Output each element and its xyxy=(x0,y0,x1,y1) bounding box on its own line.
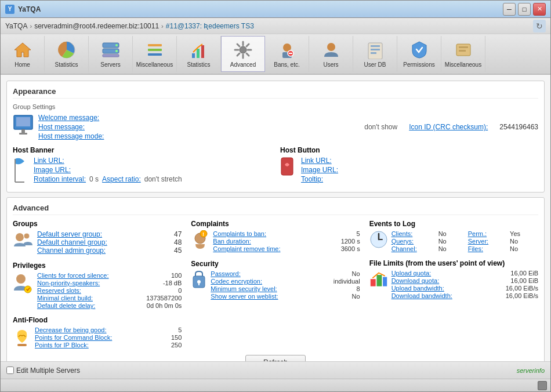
min-security-link[interactable]: Minimum security level: xyxy=(211,285,277,292)
main-content: Appearance Group Settings Welcome messag… xyxy=(1,75,550,361)
groups-subsection: Groups Default server group: 47 xyxy=(13,220,182,255)
points-command-link[interactable]: Points for Command Block: xyxy=(35,334,112,341)
server-log-link[interactable]: Server: xyxy=(468,238,506,245)
complaints-title: Complaints xyxy=(191,220,360,228)
download-bandwidth-link[interactable]: Download bandwidth: xyxy=(392,292,452,299)
codec-encryption-link[interactable]: Codec encryption: xyxy=(211,278,262,285)
minimal-client-link[interactable]: Minimal client build: xyxy=(37,295,93,302)
anti-flood-subsection: Anti-Flood Decrease for being good: 5 xyxy=(13,316,182,349)
button-image-url[interactable]: Image URL: xyxy=(301,166,338,174)
toolbar-userdb-label: User DB xyxy=(364,61,386,68)
close-button[interactable]: ✕ xyxy=(533,3,546,16)
host-button: Host Button Link URL: Image URL: Tooltip… xyxy=(280,146,538,186)
toolbar-servers-label: Servers xyxy=(100,61,120,68)
toolbar-bans[interactable]: Bans, etc. xyxy=(265,36,309,72)
upload-quota-value: 16,00 EiB xyxy=(510,270,538,277)
svg-rect-27 xyxy=(371,45,380,47)
banner-icon xyxy=(13,157,29,186)
toolbar-misc1[interactable]: Miscellaneous xyxy=(133,36,177,72)
minimize-button[interactable]: ─ xyxy=(503,3,516,16)
tooltip-link[interactable]: Tooltip: xyxy=(301,175,338,183)
toolbar-userdb[interactable]: User DB xyxy=(353,36,397,72)
reserved-slots-link[interactable]: Reserved slots: xyxy=(37,287,81,294)
files-log-link[interactable]: Files: xyxy=(468,245,506,252)
channel-log-link[interactable]: Channel: xyxy=(392,245,435,252)
points-ip-value: 250 xyxy=(171,342,182,349)
password-link[interactable]: Password: xyxy=(211,270,240,277)
download-quota-link[interactable]: Download quota: xyxy=(392,277,440,284)
appearance-section: Appearance Group Settings Welcome messag… xyxy=(6,81,545,193)
rotation-interval-link[interactable]: Rotation interval: xyxy=(34,175,86,183)
svg-text:!: ! xyxy=(202,231,204,237)
toolbar-users[interactable]: Users xyxy=(309,36,353,72)
querys-log-link[interactable]: Querys: xyxy=(392,238,435,245)
title-bar-left: Y YaTQA xyxy=(5,5,41,14)
svg-rect-31 xyxy=(459,46,468,48)
toolbar-permissions[interactable]: Permissions xyxy=(397,36,441,72)
default-server-group-link[interactable]: Default server group: xyxy=(37,230,102,238)
svg-line-20 xyxy=(237,53,240,56)
codec-encryption-value: individual xyxy=(334,278,360,285)
channel-admin-group-link[interactable]: Channel admin group: xyxy=(37,246,106,255)
default-channel-group-link[interactable]: Default channel group: xyxy=(37,238,107,246)
group-settings-label: Group Settings xyxy=(13,103,538,110)
toolbar-servers[interactable]: Servers xyxy=(89,36,133,72)
appearance-title: Appearance xyxy=(13,87,538,99)
perm-log-value: Yes xyxy=(510,230,538,237)
button-icon xyxy=(280,157,296,179)
button-link-url[interactable]: Link URL: xyxy=(301,157,338,165)
perm-log-link[interactable]: Perm.: xyxy=(468,230,506,237)
aspect-value: don't stretch xyxy=(144,175,182,183)
svg-rect-55 xyxy=(376,275,382,286)
toolbar-users-label: Users xyxy=(323,61,338,68)
svg-rect-9 xyxy=(192,53,195,58)
privileges-icon xyxy=(13,272,34,299)
complaints-subsection: Complaints ! Complaints to ban: 5 xyxy=(191,220,360,253)
points-ip-link[interactable]: Points for IP Block: xyxy=(35,342,89,349)
show-weblist-link[interactable]: Show server on weblist: xyxy=(211,293,278,300)
decrease-good-link[interactable]: Decrease for being good: xyxy=(35,326,107,333)
maximize-button[interactable]: □ xyxy=(518,3,531,16)
toolbar-statistics2[interactable]: Statistics xyxy=(177,36,221,72)
svg-point-12 xyxy=(240,46,246,53)
host-banner: Host Banner Link URL: Image URL: xyxy=(13,146,271,186)
edit-multiple-servers-label[interactable]: Edit Multiple Servers xyxy=(6,366,80,375)
refresh-button[interactable]: Refresh xyxy=(245,355,306,361)
banner-link-url[interactable]: Link URL: xyxy=(34,157,64,165)
complaint-remove-link[interactable]: Complaint remove time: xyxy=(213,245,280,252)
icon-id-link[interactable]: Icon ID (CRC checksum): xyxy=(409,123,488,131)
clients-log-link[interactable]: Clients: xyxy=(392,230,435,237)
aspect-ratio-link[interactable]: Aspect ratio: xyxy=(102,175,141,183)
svg-rect-6 xyxy=(148,44,162,46)
toolbar-home[interactable]: Home xyxy=(1,36,45,72)
banner-image-url[interactable]: Image URL: xyxy=(34,166,71,174)
svg-rect-44 xyxy=(17,344,27,346)
toolbar-advanced[interactable]: Advanced xyxy=(221,36,265,72)
svg-rect-11 xyxy=(201,45,204,58)
toolbar-statistics1[interactable]: Statistics xyxy=(45,36,89,72)
edit-multiple-servers-checkbox[interactable] xyxy=(6,366,14,374)
ban-duration-link[interactable]: Ban duration: xyxy=(213,238,251,245)
addr-nav-button[interactable]: ↻ xyxy=(533,20,546,32)
toolbar-misc2[interactable]: Miscellaneous xyxy=(441,36,485,72)
svg-point-25 xyxy=(327,43,335,51)
toolbar-misc1-label: Miscellaneous xyxy=(136,61,173,68)
complaints-icon: ! xyxy=(191,230,209,253)
complaints-ban-link[interactable]: Complaints to ban: xyxy=(213,230,266,237)
default-delete-link[interactable]: Default delete delay: xyxy=(37,302,95,309)
host-message-link[interactable]: Host message: xyxy=(38,123,104,131)
addr-part1: YaTQA xyxy=(5,22,27,30)
min-security-value: 8 xyxy=(357,285,360,292)
refresh-btn-container: Refresh xyxy=(13,355,538,361)
host-message-mode-link[interactable]: Host message mode: xyxy=(38,132,104,140)
misc2-icon xyxy=(453,39,474,60)
upload-quota-link[interactable]: Upload quota: xyxy=(392,270,432,277)
non-priority-link[interactable]: Non-priority-speakers: xyxy=(37,280,100,286)
clients-forced-silence-link[interactable]: Clients for forced silence: xyxy=(37,272,109,279)
upload-bandwidth-link[interactable]: Upload bandwidth: xyxy=(392,285,444,292)
addr-sep2: › xyxy=(161,23,164,30)
password-value: No xyxy=(352,270,360,277)
welcome-message-link[interactable]: Welcome message: xyxy=(38,114,104,122)
default-delete-value: 0d 0h 0m 0s xyxy=(147,302,182,309)
app-icon: Y xyxy=(5,5,14,14)
